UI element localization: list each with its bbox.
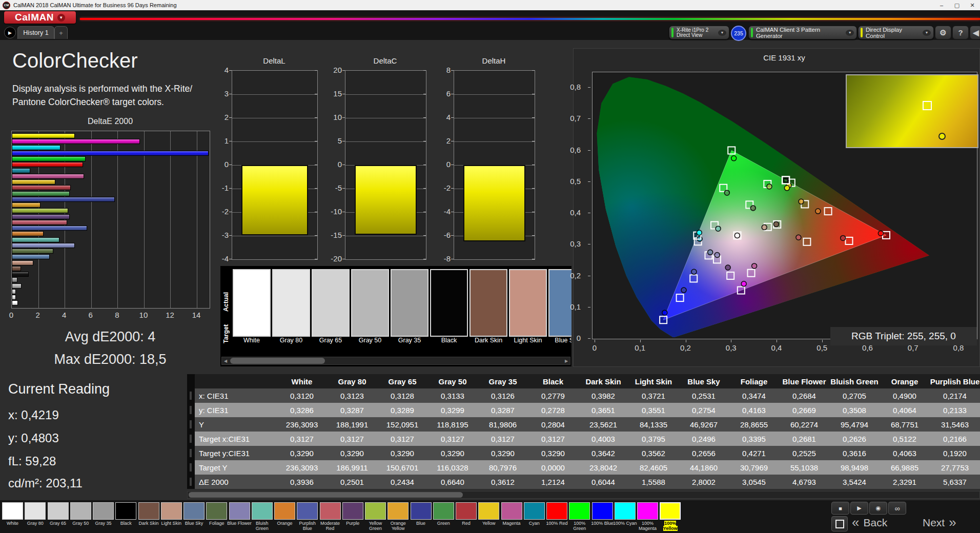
strip-swatch-dark-skin[interactable]	[469, 269, 507, 337]
strip-scrollbar[interactable]: ◀▶	[221, 357, 570, 365]
tick-mark	[588, 213, 590, 213]
table-scrollbar-thumb[interactable]	[189, 492, 463, 498]
scroll-left-icon[interactable]: ◀	[222, 357, 229, 364]
patch-chip-yellow-green[interactable]	[365, 502, 386, 520]
cie-measured-100-red	[878, 231, 883, 236]
single-measure-button[interactable]: ◉	[869, 502, 887, 515]
gutter-mark	[190, 435, 192, 443]
deltac-y-tick: 15	[326, 89, 342, 98]
table-scrollbar[interactable]	[187, 491, 980, 499]
next-button[interactable]: Next »	[923, 515, 956, 530]
strip-swatch-gray-35[interactable]	[391, 269, 428, 337]
strip-swatch-label: Gray 80	[272, 337, 310, 346]
table-cell: 236,3093	[277, 463, 327, 472]
patch-chip-100-magenta[interactable]	[637, 502, 658, 520]
meter-status-indicator	[671, 28, 673, 37]
cie-measured-white-grays	[734, 233, 740, 238]
tick-mark	[451, 165, 454, 165]
pattern-source-dropdown[interactable]: CalMAN Client 3 Pattern Generator ▼	[748, 26, 857, 39]
display-status-indicator	[861, 28, 863, 37]
patch-chip-foliage[interactable]	[206, 502, 227, 520]
cie-y-tick: 0,1	[565, 302, 581, 311]
help-button[interactable]: ?	[952, 26, 969, 39]
table-column-header: White	[277, 377, 327, 386]
display-control-dropdown[interactable]: Direct Display Control ▼	[858, 26, 934, 39]
patch-chip-magenta[interactable]	[501, 502, 522, 520]
strip-swatch-white[interactable]	[233, 269, 271, 337]
play-button[interactable]: ▶	[850, 502, 868, 515]
patch-chip-gray-35[interactable]	[93, 502, 114, 520]
app-icon: CM	[3, 2, 10, 9]
table-row: Target Y236,3093186,9911150,6701116,0328…	[187, 460, 980, 475]
deltae-bar-blue-sky	[12, 254, 50, 259]
patch-chip-red[interactable]	[456, 502, 477, 520]
table-row-header: ΔE 2000	[195, 478, 277, 486]
patch-chip-gray-65[interactable]	[48, 502, 69, 520]
strip-swatch-gray-65[interactable]	[312, 269, 350, 337]
close-button[interactable]: ✕	[965, 2, 980, 9]
strip-swatch-label: Gray 35	[391, 337, 428, 346]
deltae-gridline	[117, 131, 118, 308]
deltae-chart	[11, 131, 210, 309]
stop-button[interactable]: ■	[831, 502, 849, 515]
tick-mark	[588, 244, 590, 244]
patch-chip-moderate-red[interactable]	[320, 502, 341, 520]
tick-mark	[342, 117, 345, 118]
patch-chip-light-skin[interactable]	[161, 502, 182, 520]
strip-swatch-light-skin[interactable]	[509, 269, 547, 337]
maximize-button[interactable]: ▢	[949, 2, 965, 9]
patch-chip-purple[interactable]	[342, 502, 363, 520]
patch-chip-100-red[interactable]	[546, 502, 567, 520]
strip-swatch-gray-50[interactable]	[351, 269, 389, 337]
patch-chip-dark-skin[interactable]	[138, 502, 159, 520]
table-cell: 0,2531	[679, 392, 729, 400]
patch-chip-blue[interactable]	[411, 502, 432, 520]
settings-button[interactable]: ⚙	[935, 26, 951, 39]
table-cell: 0,3127	[478, 435, 528, 443]
back-button[interactable]: « Back	[852, 515, 887, 530]
strip-swatch-gray-80[interactable]	[272, 269, 310, 337]
patch-chip-gray-80[interactable]	[25, 502, 46, 520]
reading-cdm2: cd/m²: 203,11	[8, 476, 83, 490]
patch-chip-blue-sky[interactable]	[183, 502, 205, 520]
patch-chip-orange[interactable]	[274, 502, 295, 520]
strip-scrollbar-thumb[interactable]	[230, 358, 325, 364]
continuous-measure-button[interactable]: ∞	[888, 502, 906, 515]
deltah-chart-title: DeltaH	[454, 56, 534, 65]
patch-chip-gray-50[interactable]	[70, 502, 91, 520]
patch-chip-white[interactable]	[2, 502, 23, 520]
patch-chip-100-yellow[interactable]	[660, 502, 681, 520]
patch-chip-bluish-green[interactable]	[252, 502, 273, 520]
calman-menu-button[interactable]: CalMAN ▼	[4, 11, 76, 24]
strip-swatch-label: Gray 50	[351, 337, 389, 346]
patch-chip-yellow[interactable]	[478, 502, 499, 520]
table-cell: 0,3562	[628, 449, 679, 458]
patch-chip-black[interactable]	[115, 502, 136, 520]
workflow-play-button[interactable]: ▶	[4, 27, 16, 38]
table-cell: 0,2174	[930, 392, 980, 400]
patch-chip-orange-yellow[interactable]	[387, 502, 409, 520]
meter-dropdown[interactable]: X-Rite i1Pro 2 Direct View ▼	[669, 26, 729, 39]
patch-chip-cyan[interactable]	[524, 502, 545, 520]
cie-measured-yellow-green	[767, 184, 772, 189]
cie-measured-dark-skin	[773, 221, 779, 227]
patch-chip-blue-flower[interactable]	[229, 502, 250, 520]
tab-history-1[interactable]: History 1	[17, 26, 54, 39]
patch-chip-100-blue[interactable]	[592, 502, 613, 520]
scroll-right-icon[interactable]: ▶	[563, 357, 570, 364]
patch-chip-green[interactable]	[433, 502, 454, 520]
patch-chip-100-cyan[interactable]	[615, 502, 636, 520]
meter-reading-badge[interactable]: 235	[731, 26, 746, 41]
deltah-chart: 86420-2-4-6-8	[435, 70, 534, 270]
pattern-window-button[interactable]	[831, 516, 848, 531]
collapse-toolbar-button[interactable]: ◀	[970, 26, 980, 39]
minimize-button[interactable]: –	[934, 2, 949, 9]
cie-x-tick: 0,3	[723, 343, 739, 352]
add-tab-button[interactable]: +	[54, 26, 68, 39]
strip-swatch-black[interactable]	[430, 269, 468, 337]
patch-chip-100-green[interactable]	[569, 502, 590, 520]
reading-y: y: 0,4803	[8, 431, 59, 445]
table-cell: 0,3286	[277, 406, 327, 415]
tick-mark	[315, 117, 317, 118]
patch-chip-purplish-blue[interactable]	[297, 502, 318, 520]
